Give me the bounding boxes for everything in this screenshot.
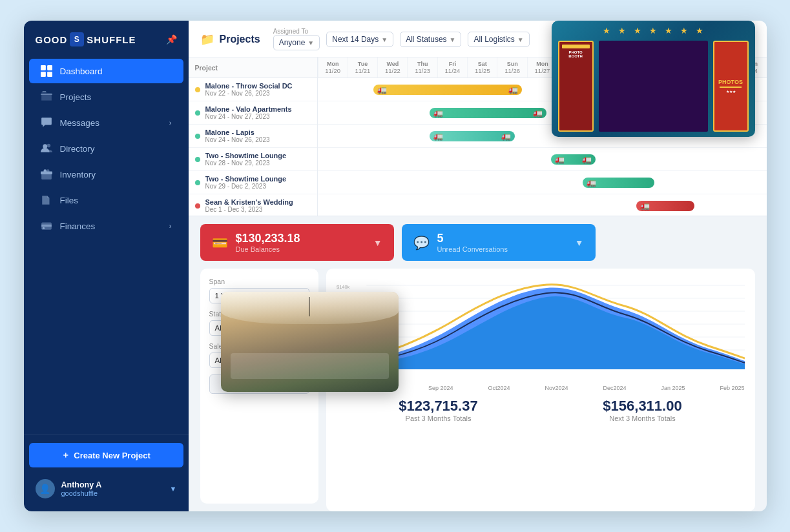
gantt-bar-row: 🚛 🚛 bbox=[318, 148, 767, 171]
chart-area-blue bbox=[366, 288, 745, 369]
date-cell: Thu11/23 bbox=[407, 57, 437, 77]
projects-title-text: Projects bbox=[220, 34, 260, 45]
date-range-value: Next 14 Days bbox=[332, 35, 379, 44]
table-area bbox=[231, 353, 389, 379]
app-logo: GOOD S SHUFFLE bbox=[36, 32, 136, 46]
main-content: 📁 Projects Assigned To Anyone ▼ Next 14 … bbox=[189, 21, 767, 511]
svg-point-10 bbox=[42, 227, 44, 229]
summary-cards: 💳 $130,233.18 Due Balances ▼ 💬 5 Unread … bbox=[189, 216, 767, 261]
dashboard-icon bbox=[41, 65, 52, 77]
svg-rect-7 bbox=[41, 172, 52, 175]
sidebar-item-dashboard[interactable]: Dashboard bbox=[29, 59, 183, 83]
card-info: 5 Unread Conversations bbox=[437, 232, 567, 253]
gantt-bar: 🚛 🚛 bbox=[430, 131, 515, 141]
table-row[interactable]: Malone - Lapis Nov 24 - Nov 26, 2023 bbox=[189, 125, 317, 148]
booth-stars-row: ★ ★ ★ ★ ★ ★ ★ bbox=[552, 21, 755, 41]
project-name: Malone - Lapis bbox=[205, 128, 270, 136]
pin-icon[interactable]: 📌 bbox=[166, 34, 177, 45]
messages-icon bbox=[41, 117, 52, 128]
project-dates: Nov 29 - Dec 2, 2023 bbox=[205, 183, 287, 190]
gantt-projects-col: Project Malone - Throw Social DC Nov 22 … bbox=[189, 57, 318, 216]
star-icon: ★ bbox=[603, 26, 610, 36]
date-cell: Mon11/20 bbox=[318, 57, 348, 77]
row-dot bbox=[195, 110, 200, 116]
star-icon: ★ bbox=[680, 26, 688, 36]
table-row[interactable]: Malone - Throw Social DC Nov 22 - Nov 26… bbox=[189, 78, 317, 101]
gantt-bar: 🚛 🚛 bbox=[373, 85, 521, 95]
user-menu[interactable]: 👤 Anthony A goodshuffle ▼ bbox=[29, 474, 183, 504]
sidebar-bottom: ＋ Create New Project 👤 Anthony A goodshu… bbox=[24, 435, 189, 511]
sidebar-label-files: Files bbox=[60, 196, 79, 205]
next-label: Next 3 Months Totals bbox=[603, 414, 681, 422]
sidebar-item-messages[interactable]: Messages › bbox=[29, 110, 183, 135]
date-cell: Tue11/21 bbox=[348, 57, 377, 77]
table-row[interactable]: Two - Showtime Lounge Nov 29 - Dec 2, 20… bbox=[189, 171, 317, 194]
truck-icon: 🚛 bbox=[508, 85, 518, 94]
sidebar-item-inventory[interactable]: Inventory bbox=[29, 162, 183, 187]
date-range-select[interactable]: Next 14 Days ▼ bbox=[326, 32, 393, 47]
create-button-label: Create New Project bbox=[74, 451, 151, 460]
card-label: Unread Conversations bbox=[437, 245, 567, 253]
project-name: Malone - Valo Apartments bbox=[205, 105, 292, 113]
booth-body: PHOTOBOOTH PHOTOS ★★★ bbox=[552, 41, 755, 137]
app-shell: GOOD S SHUFFLE 📌 Dashboard Proj bbox=[24, 21, 767, 511]
truck-icon: 🚛 bbox=[640, 201, 650, 210]
svg-rect-3 bbox=[47, 72, 52, 77]
logistics-select[interactable]: All Logistics ▼ bbox=[468, 32, 529, 47]
row-dot bbox=[195, 134, 200, 139]
booth-curtain bbox=[599, 41, 708, 132]
sidebar-label-directory: Directory bbox=[60, 144, 95, 154]
card-amount: $130,233.18 bbox=[236, 232, 366, 245]
sidebar-item-projects[interactable]: Projects bbox=[29, 85, 183, 109]
truck-icon: 🚛 bbox=[433, 132, 443, 141]
card-icon: 💬 bbox=[413, 235, 430, 251]
messages-card[interactable]: 💬 5 Unread Conversations ▼ bbox=[402, 224, 596, 261]
truck-icon: 🚛 bbox=[377, 85, 387, 94]
logistics-chevron: ▼ bbox=[517, 36, 524, 43]
finances-icon bbox=[41, 220, 52, 232]
x-label: Dec2024 bbox=[603, 385, 626, 391]
project-dates: Nov 24 - Nov 27, 2023 bbox=[205, 113, 292, 120]
project-name: Two - Showtime Lounge bbox=[205, 175, 287, 183]
card-chevron: ▼ bbox=[575, 238, 584, 248]
directory-icon bbox=[41, 143, 52, 154]
card-icon: 💳 bbox=[212, 235, 228, 251]
date-cell: Fri11/24 bbox=[437, 57, 467, 77]
sidebar: GOOD S SHUFFLE 📌 Dashboard Proj bbox=[24, 21, 189, 511]
venue-interior bbox=[221, 292, 399, 392]
nav-items: Dashboard Projects Messages › bbox=[24, 53, 189, 435]
sidebar-item-directory[interactable]: Directory bbox=[29, 136, 183, 161]
user-sub: goodshuffle bbox=[61, 489, 163, 497]
table-row[interactable]: Malone - Valo Apartments Nov 24 - Nov 27… bbox=[189, 101, 317, 125]
row-project-info: Malone - Valo Apartments Nov 24 - Nov 27… bbox=[205, 105, 292, 120]
x-label: Sep 2024 bbox=[428, 385, 453, 391]
gantt-bar: 🚛 bbox=[636, 201, 694, 211]
assigned-to-label: Assigned To bbox=[273, 28, 320, 35]
gantt-bar-row: 🚛 bbox=[318, 171, 767, 194]
assigned-to-filter: Assigned To Anyone ▼ bbox=[273, 28, 320, 50]
table-row[interactable]: Two - Showtime Lounge Nov 28 - Nov 29, 2… bbox=[189, 148, 317, 171]
gantt-bar: 🚛 🚛 bbox=[430, 108, 546, 118]
assigned-to-select[interactable]: Anyone ▼ bbox=[273, 35, 320, 50]
status-select[interactable]: All Statuses ▼ bbox=[400, 32, 461, 47]
project-dates: Dec 1 - Dec 3, 2023 bbox=[205, 206, 293, 213]
assigned-to-value: Anyone bbox=[279, 38, 306, 47]
next-3-months: $156,311.00 Next 3 Months Totals bbox=[603, 398, 681, 422]
truck-icon: 🚛 bbox=[582, 155, 592, 164]
gantt-bar-row: 🚛 bbox=[318, 194, 767, 216]
user-chevron-icon: ▼ bbox=[170, 485, 177, 493]
create-project-button[interactable]: ＋ Create New Project bbox=[29, 443, 183, 467]
star-icon: ★ bbox=[618, 26, 626, 36]
table-row[interactable]: Sean & Kristen's Wedding Dec 1 - Dec 3, … bbox=[189, 194, 317, 216]
gantt-project-header: Project bbox=[189, 57, 317, 78]
truck-icon: 🚛 bbox=[433, 108, 443, 118]
x-label: Nov2024 bbox=[545, 385, 568, 391]
sidebar-item-finances[interactable]: Finances › bbox=[29, 214, 183, 238]
balance-card[interactable]: 💳 $130,233.18 Due Balances ▼ bbox=[200, 224, 394, 261]
projects-icon bbox=[41, 91, 52, 103]
truck-icon: 🚛 bbox=[555, 155, 565, 164]
sidebar-item-files[interactable]: Files bbox=[29, 188, 183, 212]
card-label: Due Balances bbox=[236, 245, 366, 253]
project-dates: Nov 28 - Nov 29, 2023 bbox=[205, 159, 287, 167]
date-cell: Wed11/22 bbox=[377, 57, 407, 77]
